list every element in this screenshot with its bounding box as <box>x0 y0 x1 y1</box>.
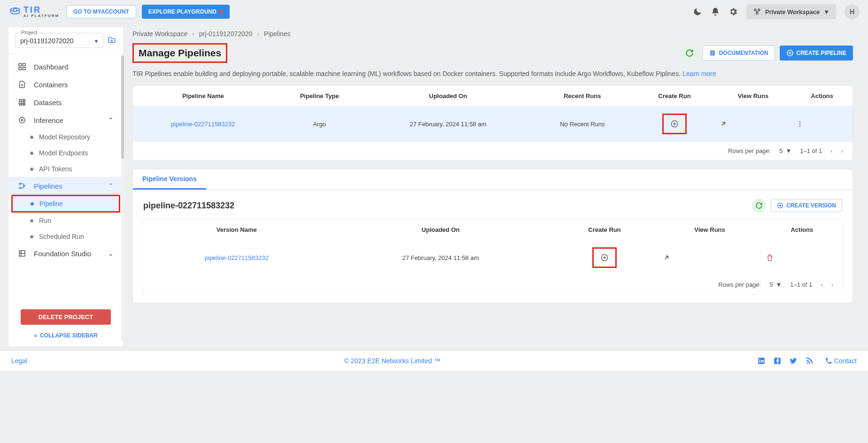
button-label: DOCUMENTATION <box>719 50 768 56</box>
page-description: TIR Pipelines enable building and deploy… <box>132 69 853 79</box>
table-row[interactable]: pipeline-022711583232 Argo 27 February, … <box>133 106 852 142</box>
create-run-highlight <box>662 114 687 134</box>
delete-project-button[interactable]: DELETE PROJECT <box>21 309 111 325</box>
dashboard-icon <box>18 62 26 71</box>
tab-pipeline-versions[interactable]: Pipeline Versions <box>133 169 206 190</box>
view-runs-button[interactable] <box>663 254 756 261</box>
sidebar-item-label: Run <box>39 217 51 224</box>
sidebar-item-model-repository[interactable]: Model Repository <box>8 129 123 145</box>
pagination: Rows per page: 5 ▼ 1–1 of 1 ‹ › <box>133 142 852 160</box>
sidebar-item-inference[interactable]: Inference ⌃ <box>8 111 123 129</box>
bullet-icon <box>30 235 33 238</box>
button-label: CREATE VERSION <box>786 202 836 209</box>
avatar-initial: H <box>850 8 854 15</box>
sidebar-item-label: Foundation Studio <box>34 250 91 258</box>
sidebar-item-label: Scheduled Run <box>39 233 84 240</box>
rows-per-page-select[interactable]: 5 ▼ <box>769 281 782 288</box>
refresh-icon <box>685 49 694 57</box>
refresh-versions-button[interactable] <box>752 199 766 213</box>
sidebar-item-label: Pipelines <box>34 182 62 190</box>
col-create-run: Create Run <box>634 86 714 106</box>
bullet-icon <box>30 168 33 171</box>
chevron-left-double-icon: « <box>34 332 37 339</box>
add-run-button[interactable] <box>670 120 679 128</box>
sidebar-item-containers[interactable]: Containers <box>8 76 123 93</box>
col-create-run: Create Run <box>551 220 659 240</box>
facebook-icon[interactable] <box>773 357 782 365</box>
delete-version-button[interactable] <box>766 254 838 261</box>
sidebar-item-model-endpoints[interactable]: Model Endpoints <box>8 145 123 161</box>
breadcrumb-current: Pipelines <box>264 30 291 38</box>
breadcrumb-link[interactable]: prj-011912072020 <box>199 30 253 38</box>
explore-playground-button[interactable]: EXPLORE PLAYGROUND <box>142 5 230 19</box>
documentation-button[interactable]: DOCUMENTATION <box>702 46 775 61</box>
pipelines-icon <box>18 182 26 190</box>
sidebar-item-api-tokens[interactable]: API Tokens <box>8 161 123 177</box>
theme-toggle-icon[interactable] <box>693 7 702 16</box>
prev-page-button[interactable]: ‹ <box>821 281 822 288</box>
user-avatar[interactable]: H <box>845 4 860 19</box>
scrollbar-thumb[interactable] <box>121 55 124 159</box>
cell-type: Argo <box>273 106 366 142</box>
next-page-button[interactable]: › <box>841 147 843 154</box>
breadcrumb-link[interactable]: Private Workspace <box>132 30 187 38</box>
svg-point-11 <box>19 183 21 184</box>
footer: Legal © 2023 E2E Networks Limited ™ Cont… <box>0 350 868 371</box>
sidebar-item-label: Dashboard <box>34 63 68 71</box>
notification-dot-icon <box>219 10 223 14</box>
sidebar-item-scheduled-run[interactable]: Scheduled Run <box>8 229 123 244</box>
sidebar-item-run[interactable]: Run <box>8 213 123 229</box>
main-content: Private Workspace › prj-011912072020 › P… <box>123 23 868 346</box>
create-pipeline-button[interactable]: CREATE PIPELINE <box>780 46 853 61</box>
sidebar-item-datasets[interactable]: Datasets <box>8 93 123 111</box>
rss-icon[interactable] <box>805 357 814 365</box>
prev-page-button[interactable]: ‹ <box>830 147 832 154</box>
refresh-button[interactable] <box>682 45 698 61</box>
plus-circle-icon <box>670 120 679 128</box>
workspace-selector[interactable]: Private Workspace ▼ <box>746 4 836 19</box>
svg-point-30 <box>806 362 808 364</box>
caret-down-icon: ▼ <box>93 38 99 45</box>
table-row[interactable]: pipeline-022711583232 27 February, 2024 … <box>143 240 843 275</box>
sidebar-item-pipelines[interactable]: Pipelines ⌃ <box>8 177 123 195</box>
myaccount-button[interactable]: GO TO MYACCOUNT <box>66 5 136 18</box>
chevron-up-icon: ⌃ <box>108 116 114 124</box>
row-actions-menu[interactable] <box>796 120 848 128</box>
caret-down-icon: ▼ <box>823 8 829 15</box>
notifications-icon[interactable] <box>711 7 720 16</box>
linkedin-icon[interactable] <box>757 357 766 365</box>
new-project-icon[interactable] <box>107 36 116 45</box>
version-name-link[interactable]: pipeline-022711583232 <box>205 254 269 261</box>
next-page-button[interactable]: › <box>831 281 833 288</box>
settings-icon[interactable] <box>728 7 738 16</box>
logo-text-main: TIR <box>23 6 59 14</box>
svg-point-12 <box>19 187 21 189</box>
sidebar-item-dashboard[interactable]: Dashboard <box>8 58 123 76</box>
contact-link[interactable]: Contact <box>825 357 857 365</box>
legal-link[interactable]: Legal <box>11 357 27 365</box>
col-actions: Actions <box>761 220 843 240</box>
copyright-text: © 2023 E2E Networks Limited ™ <box>344 357 441 365</box>
learn-more-link[interactable]: Learn more <box>682 70 716 77</box>
svg-point-23 <box>799 126 800 127</box>
svg-rect-8 <box>23 68 25 70</box>
table-header-row: Version Name Uploaded On Create Run View… <box>143 220 843 240</box>
twitter-icon[interactable] <box>789 357 798 365</box>
view-runs-button[interactable] <box>720 120 787 128</box>
create-version-button[interactable]: CREATE VERSION <box>771 199 842 212</box>
rows-per-page-select[interactable]: 5 ▼ <box>779 147 791 154</box>
project-selector[interactable]: Project prj-011912072020 ▼ <box>15 33 103 48</box>
logo-text-sub: AI PLATFORM <box>23 14 59 18</box>
collapse-sidebar-button[interactable]: « COLLAPSE SIDEBAR <box>8 325 123 346</box>
sidebar-item-foundation-studio[interactable]: Foundation Studio ⌄ <box>8 244 123 262</box>
pipelines-table-panel: Pipeline Name Pipeline Type Uploaded On … <box>132 85 853 160</box>
plus-circle-icon <box>600 253 609 262</box>
bullet-icon <box>30 136 33 139</box>
sidebar-item-pipeline[interactable]: Pipeline <box>11 195 120 213</box>
pipeline-name-link[interactable]: pipeline-022711583232 <box>171 121 235 128</box>
create-run-highlight <box>592 247 617 268</box>
logo[interactable]: TIR AI PLATFORM <box>8 5 59 18</box>
cell-uploaded: 27 February, 2024 11:58 am <box>366 106 531 142</box>
sidebar: Project prj-011912072020 ▼ Dashboard Con… <box>8 27 123 346</box>
add-run-button[interactable] <box>600 253 609 262</box>
